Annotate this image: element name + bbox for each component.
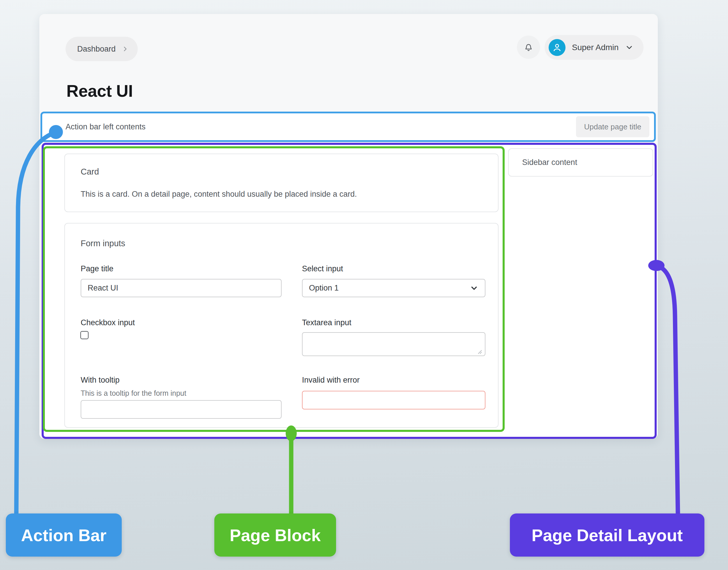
- sidebar-card: Sidebar content: [508, 148, 653, 177]
- select-input[interactable]: Option 1: [302, 279, 486, 297]
- annotation-action-bar: Action Bar: [6, 514, 122, 557]
- checkbox-field-label: Checkbox input: [81, 318, 135, 327]
- annotation-page-detail-layout: Page Detail Layout: [510, 514, 704, 557]
- card-body-text: This is a card. On a detail page, conten…: [81, 190, 357, 199]
- content-card: Card This is a card. On a detail page, c…: [64, 154, 499, 212]
- select-field-label: Select input: [302, 264, 343, 273]
- user-menu[interactable]: Super Admin: [545, 35, 644, 60]
- notifications-button[interactable]: [517, 36, 540, 59]
- tooltip-field-label: With tooltip: [81, 376, 120, 385]
- form-card-title: Form inputs: [81, 239, 125, 248]
- breadcrumb-item-dashboard[interactable]: Dashboard: [77, 45, 116, 54]
- chevron-down-icon: [625, 43, 634, 52]
- user-avatar-icon: [551, 42, 563, 53]
- avatar: [549, 39, 566, 56]
- invalid-field-input[interactable]: [302, 391, 486, 409]
- form-inputs-card: Form inputs Page title Select input Opti…: [64, 223, 499, 428]
- tooltip-field-input[interactable]: [81, 400, 281, 419]
- chevron-right-icon: [121, 45, 129, 53]
- update-page-title-button[interactable]: Update page title: [576, 116, 649, 137]
- textarea-resize-handle-icon[interactable]: [476, 348, 483, 356]
- page-title-field-label: Page title: [81, 264, 114, 273]
- page-title: React UI: [66, 81, 133, 100]
- annotation-page-block: Page Block: [214, 514, 336, 557]
- textarea-field-label: Textarea input: [302, 318, 351, 327]
- checkbox-input[interactable]: [80, 331, 88, 339]
- sidebar-content-text: Sidebar content: [522, 158, 577, 167]
- bell-icon: [523, 42, 534, 53]
- select-value: Option 1: [309, 284, 339, 293]
- action-bar: Action bar left contents Update page tit…: [40, 111, 656, 142]
- page-detail-connector-line: [657, 266, 678, 515]
- page-title-input[interactable]: [81, 279, 281, 297]
- select-chevron-icon: [470, 284, 479, 293]
- tooltip-text: This is a tooltip for the form input: [81, 389, 186, 397]
- invalid-field-label: Invalid with error: [302, 376, 359, 385]
- action-bar-left-contents: Action bar left contents: [65, 122, 146, 131]
- card-title: Card: [81, 167, 99, 177]
- annotated-screenshot-canvas: { "background": { "gradient_top": "#f0f4…: [0, 0, 728, 570]
- user-name: Super Admin: [572, 43, 619, 52]
- textarea-input[interactable]: [302, 332, 486, 356]
- breadcrumb[interactable]: Dashboard: [65, 37, 138, 61]
